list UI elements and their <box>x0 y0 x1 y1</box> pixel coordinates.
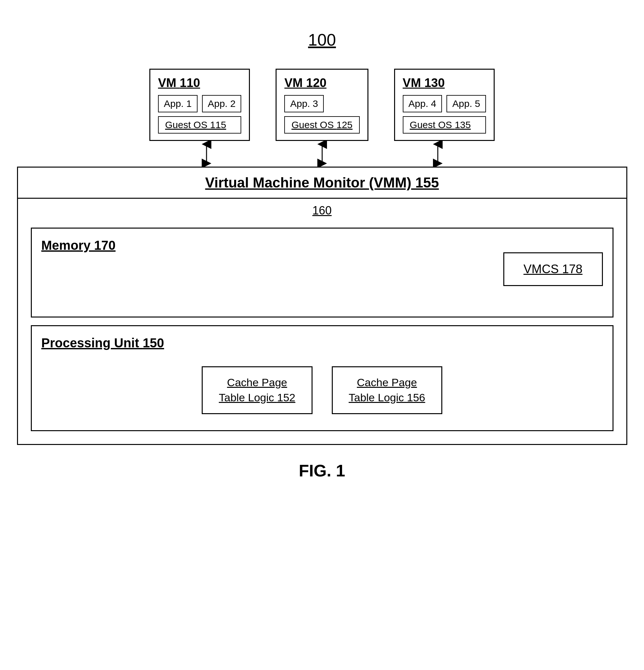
vm-110-app2: App. 2 <box>202 95 241 112</box>
vm-110-apps: App. 1 App. 2 <box>158 95 241 112</box>
arrows-area <box>17 141 627 166</box>
arrow-vm120 <box>277 141 367 166</box>
vm-120-box: VM 120 App. 3 Guest OS 125 <box>276 69 368 141</box>
arrow-vm110 <box>161 141 251 166</box>
top-label: 100 <box>308 30 336 50</box>
hardware-section: 160 Memory 170 VMCS 178 Processing Unit … <box>18 199 626 444</box>
vm-130-app5: App. 5 <box>446 95 486 112</box>
diagram-page: 100 VM 110 App. 1 App. 2 Guest OS 115 VM… <box>17 17 627 653</box>
memory-box: Memory 170 VMCS 178 <box>31 228 614 318</box>
vm-110-title: VM 110 <box>158 76 200 90</box>
vms-row: VM 110 App. 1 App. 2 Guest OS 115 VM 120… <box>149 69 495 141</box>
cache-row: Cache Page Table Logic 152 Cache Page Ta… <box>41 366 603 414</box>
vm-110-app1: App. 1 <box>158 95 198 112</box>
arrow-vm130 <box>393 141 483 166</box>
memory-title: Memory 170 <box>41 238 116 253</box>
cache-box-156: Cache Page Table Logic 156 <box>332 366 442 414</box>
hardware-label: 160 <box>312 204 331 217</box>
vm-120-apps: App. 3 <box>284 95 324 112</box>
vm-130-app4: App. 4 <box>403 95 442 112</box>
processing-box: Processing Unit 150 Cache Page Table Log… <box>31 325 614 431</box>
vm-110-guest-os: Guest OS 115 <box>158 116 241 134</box>
vm-120-title: VM 120 <box>284 76 326 90</box>
vm-130-apps: App. 4 App. 5 <box>403 95 486 112</box>
vm-120-guest-os: Guest OS 125 <box>284 116 359 134</box>
vm-110-box: VM 110 App. 1 App. 2 Guest OS 115 <box>149 69 250 141</box>
vm-120-app3: App. 3 <box>284 95 324 112</box>
vmm-header: Virtual Machine Monitor (VMM) 155 <box>18 168 626 199</box>
vm-130-box: VM 130 App. 4 App. 5 Guest OS 135 <box>394 69 495 141</box>
vm-130-title: VM 130 <box>403 76 445 90</box>
cache-box-152: Cache Page Table Logic 152 <box>202 366 312 414</box>
vmcs-box: VMCS 178 <box>503 252 603 286</box>
vm-130-guest-os: Guest OS 135 <box>403 116 486 134</box>
fig-label: FIG. 1 <box>299 461 345 480</box>
vmm-outer-box: Virtual Machine Monitor (VMM) 155 160 Me… <box>17 166 627 445</box>
processing-title: Processing Unit 150 <box>41 336 603 350</box>
